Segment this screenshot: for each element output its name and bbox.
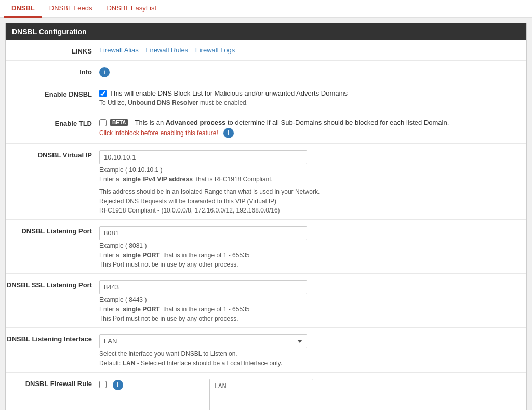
tld-info-icon[interactable]: i [223, 128, 234, 138]
links-label: LINKS [6, 45, 99, 55]
enable-tld-warning: Click infoblock before enabling this fea… [99, 128, 526, 138]
panel-header: DNSBL Configuration [6, 23, 526, 40]
tab-dnsbl[interactable]: DNSBL [4, 0, 42, 18]
enable-dnsbl-description-line1: This will enable DNS Block List for Mali… [110, 89, 348, 97]
enable-tld-checkbox[interactable] [99, 119, 107, 126]
firewall-alias-link[interactable]: Firewall Alias [99, 46, 139, 54]
info-label: Info [6, 66, 99, 76]
ssl-port-help2: This Port must not be in use by any othe… [99, 315, 526, 322]
firewall-rule-textarea[interactable]: LAN [209, 379, 313, 410]
ssl-port-content: Example ( 8443 ) Enter a single PORT tha… [99, 279, 526, 322]
listening-interface-content: LAN WAN lo0 Select the interface you wan… [99, 333, 526, 367]
listening-interface-help2: Default: LAN - Selected Interface should… [99, 360, 526, 367]
ssl-port-example: Example ( 8443 ) [99, 296, 526, 303]
listening-port-help1: Enter a single PORT that is in the range… [99, 252, 526, 259]
virtual-ip-input[interactable] [99, 150, 307, 164]
tab-dnsbl-easylist[interactable]: DNSBL EasyList [99, 0, 164, 18]
listening-interface-label: DNSBL Listening Interface [6, 333, 99, 343]
listening-interface-row: DNSBL Listening Interface LAN WAN lo0 Se… [6, 328, 526, 373]
virtual-ip-row: DNSBL Virtual IP Example ( 10.10.10.1 ) … [6, 144, 526, 220]
enable-tld-description: This is an Advanced process to determine… [135, 118, 449, 126]
virtual-ip-example: Example ( 10.10.10.1 ) [99, 166, 526, 174]
virtual-ip-help4: RFC1918 Compliant - (10.0.0.0/8, 172.16.… [99, 207, 526, 214]
listening-interface-help1: Select the interface you want DNSBL to L… [99, 350, 526, 358]
enable-tld-row: Enable TLD BETA This is an Advanced proc… [6, 112, 526, 144]
firewall-rule-row: DNSBL Firewall Rule i LAN [6, 373, 526, 410]
firewall-rule-info-icon[interactable]: i [113, 380, 123, 390]
info-content: i [99, 66, 526, 77]
firewall-rule-checkbox[interactable] [99, 381, 107, 388]
beta-badge: BETA [110, 119, 128, 126]
firewall-rule-label: DNSBL Firewall Rule [6, 378, 99, 388]
tabs-bar: DNSBL DNSBL Feeds DNSBL EasyList [0, 0, 532, 18]
enable-dnsbl-description-line2: To Utilize, Unbound DNS Resolver must be… [99, 99, 526, 107]
virtual-ip-label: DNSBL Virtual IP [6, 149, 99, 159]
enable-dnsbl-checkbox[interactable] [99, 90, 107, 97]
info-icon[interactable]: i [99, 67, 110, 77]
listening-port-input[interactable] [99, 226, 307, 240]
firewall-logs-link[interactable]: Firewall Logs [195, 46, 235, 54]
enable-tld-label: Enable TLD [6, 117, 99, 127]
enable-dnsbl-content: This will enable DNS Block List for Mali… [99, 88, 526, 107]
listening-port-content: Example ( 8081 ) Enter a single PORT tha… [99, 225, 526, 268]
ssl-port-help1: Enter a single PORT that is in the range… [99, 306, 526, 313]
listening-port-label: DNSBL Listening Port [6, 225, 99, 235]
virtual-ip-help3: Rejected DNS Requests will be forwarded … [99, 197, 526, 205]
links-content: Firewall Alias Firewall Rules Firewall L… [99, 45, 526, 54]
enable-dnsbl-label: Enable DNSBL [6, 88, 99, 98]
enable-dnsbl-row: Enable DNSBL This will enable DNS Block … [6, 83, 526, 112]
firewall-rules-link[interactable]: Firewall Rules [145, 46, 188, 54]
links-row: LINKS Firewall Alias Firewall Rules Fire… [6, 40, 526, 61]
listening-port-help2: This Port must not be in use by any othe… [99, 261, 526, 268]
firewall-rule-content: i LAN [99, 378, 526, 410]
enable-tld-content: BETA This is an Advanced process to dete… [99, 117, 526, 138]
listening-port-row: DNSBL Listening Port Example ( 8081 ) En… [6, 220, 526, 274]
info-row: Info i [6, 61, 526, 83]
ssl-port-input[interactable] [99, 280, 307, 294]
dnsbl-config-panel: DNSBL Configuration LINKS Firewall Alias… [5, 23, 527, 410]
virtual-ip-help2: This address should be in an Isolated Ra… [99, 188, 526, 195]
virtual-ip-help1: Enter a single IPv4 VIP address that is … [99, 176, 526, 183]
tab-dnsbl-feeds[interactable]: DNSBL Feeds [42, 0, 100, 18]
listening-port-example: Example ( 8081 ) [99, 242, 526, 249]
listening-interface-select[interactable]: LAN WAN lo0 [99, 334, 307, 348]
virtual-ip-content: Example ( 10.10.10.1 ) Enter a single IP… [99, 149, 526, 214]
ssl-port-row: DNSBL SSL Listening Port Example ( 8443 … [6, 274, 526, 328]
ssl-port-label: DNSBL SSL Listening Port [6, 279, 99, 289]
